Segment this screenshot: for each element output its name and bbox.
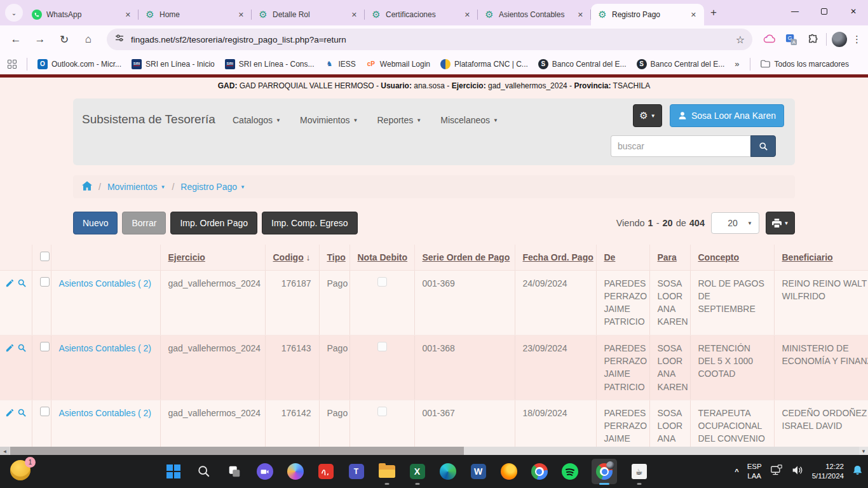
asientos-contables-link[interactable]: Asientos Contables ( 2) bbox=[59, 408, 152, 418]
site-settings-icon[interactable] bbox=[114, 33, 125, 46]
bookmark-star-icon[interactable]: ☆ bbox=[736, 34, 745, 46]
bookmark-bce-2[interactable]: SBanco Central del E... bbox=[637, 59, 725, 69]
window-close-button[interactable]: ✕ bbox=[839, 0, 868, 23]
chrome-button[interactable] bbox=[531, 463, 548, 480]
search-button[interactable] bbox=[750, 135, 776, 157]
bookmarks-overflow-button[interactable]: » bbox=[735, 59, 739, 69]
tab-home[interactable]: ⚙ Home ✕ bbox=[139, 4, 252, 25]
clock[interactable]: 12:22 5/11/2024 bbox=[812, 462, 844, 481]
word-button[interactable]: W bbox=[470, 463, 487, 480]
url-bar[interactable]: fingads.net/sf2/tesoreria/registro_pago_… bbox=[107, 29, 752, 50]
asientos-contables-link[interactable]: Asientos Contables ( 2) bbox=[59, 343, 152, 353]
col-nota-debito[interactable]: Nota Debito bbox=[349, 245, 414, 270]
extensions-puzzle-icon[interactable] bbox=[804, 31, 821, 48]
breadcrumb-registro-pago[interactable]: Registro Pago▼ bbox=[180, 182, 245, 192]
close-icon[interactable]: ✕ bbox=[575, 10, 586, 20]
close-icon[interactable]: ✕ bbox=[462, 10, 473, 20]
bookmark-sri-inicio[interactable]: SRISRI en Línea - Inicio bbox=[132, 59, 215, 69]
tab-search-button[interactable]: ⌄ bbox=[5, 4, 23, 22]
chrome-active-window-button[interactable] bbox=[592, 459, 617, 484]
scroll-left-arrow[interactable]: ◂ bbox=[0, 447, 10, 455]
select-all-checkbox[interactable] bbox=[40, 252, 50, 261]
page-size-select[interactable]: 20▼ bbox=[711, 212, 759, 234]
copilot-button[interactable] bbox=[287, 463, 304, 480]
print-button[interactable]: ▼ bbox=[766, 212, 795, 234]
profile-avatar[interactable] bbox=[832, 32, 847, 47]
col-tipo[interactable]: Tipo bbox=[319, 245, 349, 270]
task-view-button[interactable] bbox=[226, 463, 243, 480]
col-ejercicio[interactable]: Ejercicio bbox=[160, 245, 265, 270]
user-button[interactable]: Sosa Loor Ana Karen bbox=[670, 104, 784, 127]
horizontal-scrollbar[interactable]: ◂ ▾ bbox=[0, 447, 868, 455]
bookmark-webmail[interactable]: cPWebmail Login bbox=[366, 59, 430, 69]
translate-icon[interactable]: GA bbox=[783, 31, 799, 48]
excel-button[interactable]: X bbox=[409, 463, 426, 480]
col-de[interactable]: De bbox=[596, 245, 649, 270]
back-icon[interactable]: ← bbox=[6, 30, 25, 49]
taskbar-search-button[interactable] bbox=[195, 463, 212, 480]
view-icon[interactable] bbox=[17, 409, 27, 419]
menu-miscelaneos[interactable]: Miscelaneos▼ bbox=[440, 115, 498, 125]
imp-orden-pago-button[interactable]: Imp. Orden Pago bbox=[170, 212, 257, 234]
view-icon[interactable] bbox=[17, 280, 27, 290]
chat-app-button[interactable] bbox=[256, 463, 273, 480]
start-button[interactable] bbox=[165, 463, 182, 480]
close-icon[interactable]: ✕ bbox=[688, 10, 699, 20]
col-codigo[interactable]: Codigo ↓ bbox=[265, 245, 319, 270]
col-concepto[interactable]: Concepto bbox=[690, 245, 774, 270]
edit-icon[interactable] bbox=[5, 409, 15, 419]
row-checkbox[interactable] bbox=[40, 407, 50, 416]
horizontal-scrollbar-thumb[interactable] bbox=[10, 447, 464, 455]
all-bookmarks-button[interactable]: Todos los marcadores bbox=[761, 59, 849, 69]
java-app-button[interactable]: ☕ bbox=[630, 463, 648, 480]
acrobat-button[interactable] bbox=[317, 463, 334, 480]
home-icon[interactable]: ⌂ bbox=[79, 30, 98, 49]
firefox-button[interactable] bbox=[500, 463, 517, 480]
bookmark-outlook[interactable]: OOutlook.com - Micr... bbox=[37, 59, 121, 69]
tab-asientos-contables[interactable]: ⚙ Asientos Contables ✕ bbox=[478, 4, 591, 25]
home-breadcrumb-icon[interactable] bbox=[82, 181, 92, 193]
row-checkbox[interactable] bbox=[40, 277, 50, 287]
edge-button[interactable] bbox=[439, 463, 456, 480]
browser-menu-icon[interactable]: ⋮ bbox=[852, 34, 862, 45]
col-serie[interactable]: Serie Orden de Pago bbox=[414, 245, 515, 270]
settings-button[interactable]: ⚙▼ bbox=[633, 104, 662, 127]
extension-cloud-icon[interactable] bbox=[761, 31, 778, 48]
spotify-button[interactable] bbox=[561, 463, 578, 480]
menu-movimientos[interactable]: Movimientos▼ bbox=[300, 115, 358, 125]
tab-certificaciones[interactable]: ⚙ Certificaciones ✕ bbox=[365, 4, 478, 25]
col-beneficiario[interactable]: Beneficiario bbox=[774, 245, 868, 270]
taskbar-widget-icon[interactable]: 1 bbox=[10, 460, 33, 483]
teams-button[interactable]: T bbox=[348, 463, 365, 480]
touch-keyboard-icon[interactable] bbox=[770, 464, 783, 478]
edit-icon[interactable] bbox=[5, 280, 15, 290]
borrar-button[interactable]: Borrar bbox=[122, 212, 166, 234]
bookmark-iess[interactable]: ♞IESS bbox=[325, 59, 356, 69]
asientos-contables-link[interactable]: Asientos Contables ( 2) bbox=[59, 278, 152, 288]
volume-icon[interactable] bbox=[791, 464, 804, 478]
apps-grid-icon[interactable] bbox=[8, 60, 17, 69]
menu-catalogos[interactable]: Catalogos▼ bbox=[233, 115, 281, 125]
window-maximize-button[interactable] bbox=[810, 0, 839, 23]
close-icon[interactable]: ✕ bbox=[123, 10, 133, 20]
scroll-down-arrow[interactable]: ▾ bbox=[859, 447, 868, 455]
language-indicator[interactable]: ESP LAA bbox=[747, 462, 762, 481]
forward-icon[interactable]: → bbox=[31, 30, 50, 49]
bookmark-sri-consultas[interactable]: SRISRI en Línea - Cons... bbox=[225, 59, 315, 69]
edit-icon[interactable] bbox=[5, 344, 15, 355]
nuevo-button[interactable]: Nuevo bbox=[73, 212, 118, 234]
tray-overflow-chevron[interactable]: ^ bbox=[735, 468, 738, 475]
tab-registro-pago-active[interactable]: ⚙ Registro Pago ✕ bbox=[591, 4, 704, 25]
view-icon[interactable] bbox=[17, 344, 27, 355]
imp-comp-egreso-button[interactable]: Imp. Comp. Egreso bbox=[262, 212, 358, 234]
close-icon[interactable]: ✕ bbox=[349, 10, 360, 20]
bookmark-bce-1[interactable]: SBanco Central del E... bbox=[538, 59, 627, 69]
tab-whatsapp[interactable]: WhatsApp ✕ bbox=[25, 4, 139, 25]
col-fecha[interactable]: Fecha Ord. Pago bbox=[515, 245, 596, 270]
file-explorer-button[interactable] bbox=[378, 463, 395, 480]
reload-icon[interactable]: ↻ bbox=[55, 30, 74, 49]
window-minimize-button[interactable]: — bbox=[780, 0, 810, 23]
breadcrumb-movimientos[interactable]: Movimientos▼ bbox=[107, 182, 166, 192]
col-para[interactable]: Para bbox=[649, 245, 690, 270]
new-tab-button[interactable]: + bbox=[710, 6, 717, 19]
